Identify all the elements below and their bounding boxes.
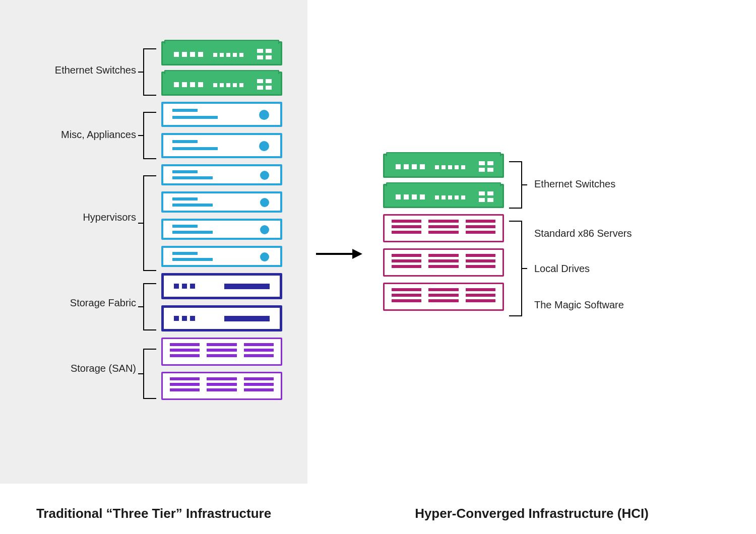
- right-panel: [307, 0, 756, 484]
- caption-hci: Hyper-Converged Infrastructure (HCI): [307, 506, 756, 521]
- hci-server-icon: [383, 214, 504, 242]
- storage-fabric-icon: [161, 273, 282, 299]
- storage-san-icon: [161, 338, 282, 366]
- hci-stack: [383, 154, 504, 317]
- hci-server-icon: [383, 283, 504, 311]
- label-hypervisors: Hypervisors: [35, 212, 136, 223]
- hypervisor-server-icon: [161, 191, 282, 213]
- hypervisor-server-icon: [161, 164, 282, 185]
- label-ethernet-switches: Ethernet Switches: [35, 64, 136, 76]
- ethernet-switch-icon: [161, 72, 282, 96]
- ethernet-switch-icon: [383, 184, 504, 208]
- appliance-server-icon: [161, 102, 282, 127]
- hypervisor-server-icon: [161, 246, 282, 267]
- bracket-icon: [143, 112, 156, 159]
- bracket-icon: [509, 221, 522, 316]
- bracket-icon: [509, 161, 522, 209]
- hypervisor-server-icon: [161, 219, 282, 240]
- arrow-right-icon: [315, 248, 363, 258]
- traditional-stack: [161, 41, 282, 406]
- label-ethernet-switches-right: Ethernet Switches: [534, 178, 660, 190]
- bracket-icon: [143, 48, 156, 96]
- label-storage-fabric: Storage Fabric: [35, 297, 136, 309]
- caption-traditional: Traditional “Three Tier” Infrastructure: [0, 506, 307, 521]
- ethernet-switch-icon: [383, 154, 504, 178]
- hci-server-icon: [383, 248, 504, 277]
- ethernet-switch-icon: [161, 41, 282, 65]
- storage-san-icon: [161, 372, 282, 400]
- svg-marker-1: [352, 249, 362, 259]
- label-storage-san: Storage (SAN): [35, 363, 136, 374]
- bracket-icon: [143, 175, 156, 271]
- label-standard-servers: Standard x86 Servers: [534, 228, 660, 239]
- label-local-drives: Local Drives: [534, 263, 660, 275]
- bracket-icon: [143, 283, 156, 330]
- appliance-server-icon: [161, 133, 282, 158]
- storage-fabric-icon: [161, 305, 282, 331]
- label-magic-software: The Magic Software: [534, 299, 660, 311]
- bracket-icon: [143, 349, 156, 399]
- label-misc-appliances: Misc, Appliances: [35, 129, 136, 141]
